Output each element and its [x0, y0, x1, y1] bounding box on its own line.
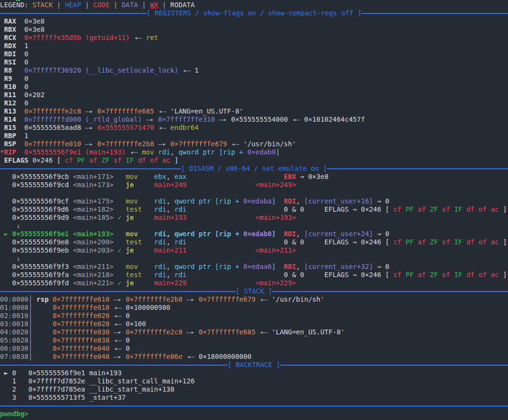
- terminal-row: 0×55555556f9cf <main+175> mov rdi, qword…: [0, 197, 508, 205]
- terminal-row: ► 0 0×55555556f9e1 main+193: [0, 369, 508, 377]
- terminal-row: RBX 0×3e8: [0, 25, 508, 34]
- section-rule: [272, 291, 508, 292]
- terminal-row: [0, 189, 508, 197]
- terminal-row: RAX 0×3e8: [0, 17, 508, 25]
- terminal-row: 3 0×5555555713f5 _start+37: [0, 394, 508, 402]
- terminal-row: RCX 0×7ffff7e35d9b (getuid+11) ◂— ret: [0, 34, 508, 42]
- terminal-row: 0×55555556f9d9 <main+185> ✓ je main+193 …: [0, 214, 508, 222]
- stack-section-header: [ STACK ]: [0, 287, 508, 295]
- command-prompt-line[interactable]: pwndbg>: [0, 410, 508, 418]
- section-rule: [327, 168, 508, 169]
- terminal-row: RSP 0×7fffffffe010 —▸ 0×7fffffffe2b8 —▸ …: [0, 140, 508, 148]
- pwndbg-terminal: LEGEND: STACK | HEAP | CODE | DATA | WX …: [0, 0, 508, 420]
- clipped-text-fragment: [16, 0, 20, 1]
- terminal-row: 2 0×7ffff7d785ea __libc_start_main+138: [0, 385, 508, 394]
- section-rule: [0, 291, 236, 292]
- terminal-row: RDX 1: [0, 42, 508, 50]
- terminal-row: R9 0: [0, 75, 508, 83]
- disasm-section-title: [ DISASM / x86-64 / set emulate on ]: [181, 165, 327, 173]
- terminal-row: RSI 0: [0, 58, 508, 66]
- section-rule: [280, 365, 508, 366]
- terminal-row: 0×55555556f9d6 <main+182> test rdi, rdi …: [0, 205, 508, 214]
- terminal-row: 04:0020│ 0×7fffffffe030 —▸ 0×7fffffffe2c…: [0, 328, 508, 336]
- terminal-row: 0×55555556f9fa <main+218> test rdi, rdi …: [0, 271, 508, 279]
- backtrace-panel: ► 0 0×55555556f9e1 main+193 1 0×7ffff7d7…: [0, 369, 508, 402]
- section-rule: [361, 13, 508, 14]
- registers-panel: RAX 0×3e8 RBX 0×3e8 RCX 0×7ffff7e35d9b (…: [0, 17, 508, 165]
- disasm-panel: 0×55555556f9cb <main+171> mov ebx, eax E…: [0, 173, 508, 287]
- terminal-row: 06:0030│ 0×7fffffffe040 ◂— 0: [0, 344, 508, 353]
- terminal-row: 0×55555556f9e8 <main+200> test rdi, rdi …: [0, 238, 508, 246]
- terminal-row: 0×55555556f9eb <main+203> ✓ je main+211 …: [0, 246, 508, 255]
- terminal-row: R14 0×7ffff7ffd000 (_rtld_global) —▸ 0×7…: [0, 115, 508, 124]
- terminal-row: *RIP 0×55555556f9e1 (main+193) ◂— mov rd…: [0, 148, 508, 156]
- terminal-row: ↓: [0, 255, 508, 263]
- terminal-row: 02:0010│ 0×7fffffffe020 ◂— 0: [0, 312, 508, 320]
- section-rule: [0, 168, 181, 169]
- terminal-row: 1 0×7ffff7d7852e __libc_start_call_main+…: [0, 377, 508, 385]
- terminal-row: 0×55555556f9f3 <main+211> mov rdi, qword…: [0, 263, 508, 271]
- terminal-row: ► 0×55555556f9e1 <main+193> mov rdi, qwo…: [0, 230, 508, 238]
- terminal-row: R10 0: [0, 83, 508, 91]
- section-rule: [0, 365, 228, 366]
- terminal-row: R12 0: [0, 99, 508, 107]
- terminal-row: 0×55555556f9fd <main+221> ✓ je main+229 …: [0, 279, 508, 287]
- terminal-row: 0×55555556f9cd <main+173> je main+249 <m…: [0, 181, 508, 189]
- terminal-row: RBP 1: [0, 132, 508, 140]
- section-rule: [0, 13, 147, 14]
- terminal-row[interactable]: pwndbg>: [0, 410, 508, 418]
- terminal-row: 07:0038│ 0×7fffffffe048 —▸ 0×7fffffffe06…: [0, 353, 508, 361]
- stack-panel: 00:0000│ rsp 0×7fffffffe010 —▸ 0×7ffffff…: [0, 295, 508, 361]
- terminal-row: LEGEND: STACK | HEAP | CODE | DATA | WX …: [0, 1, 508, 9]
- terminal-row: R8 0×7ffff7f36920 (__libc_setlocale_lock…: [0, 66, 508, 75]
- terminal-row: 05:0028│ 0×7fffffffe038 ◂— 0: [0, 336, 508, 344]
- stack-section-title: [ STACK ]: [236, 287, 272, 295]
- terminal-row: 03:0018│ 0×7fffffffe028 ◂— 0×100: [0, 320, 508, 328]
- terminal-row: 00:0000│ rsp 0×7fffffffe010 —▸ 0×7ffffff…: [0, 295, 508, 304]
- registers-section-header: [ REGISTERS / show-flags on / show-compa…: [0, 9, 508, 17]
- terminal-row: 0×55555556f9cb <main+171> mov ebx, eax E…: [0, 173, 508, 181]
- terminal-row: R11 0×202: [0, 91, 508, 99]
- terminal-row: EFLAGS 0×246 [ cf PF af ZF sf IF df of a…: [0, 156, 508, 165]
- section-rule: [0, 406, 508, 407]
- context-separator: [0, 402, 508, 410]
- terminal-row: RDI 0: [0, 50, 508, 58]
- terminal-row: R13 0×7fffffffe2c8 —▸ 0×7fffffffe685 ◂— …: [0, 107, 508, 115]
- terminal-row: ↓: [0, 222, 508, 230]
- legend-line: LEGEND: STACK | HEAP | CODE | DATA | WX …: [0, 1, 508, 9]
- terminal-row: R15 0×55555565aad8 —▸ 0×555555571470 ◂— …: [0, 124, 508, 132]
- terminal-row: 01:0008│ 0×7fffffffe018 ◂— 0×100000980: [0, 304, 508, 312]
- disasm-section-header: [ DISASM / x86-64 / set emulate on ]: [0, 165, 508, 173]
- registers-section-title: [ REGISTERS / show-flags on / show-compa…: [147, 9, 362, 17]
- backtrace-section-header: [ BACKTRACE ]: [0, 361, 508, 369]
- backtrace-section-title: [ BACKTRACE ]: [228, 361, 280, 369]
